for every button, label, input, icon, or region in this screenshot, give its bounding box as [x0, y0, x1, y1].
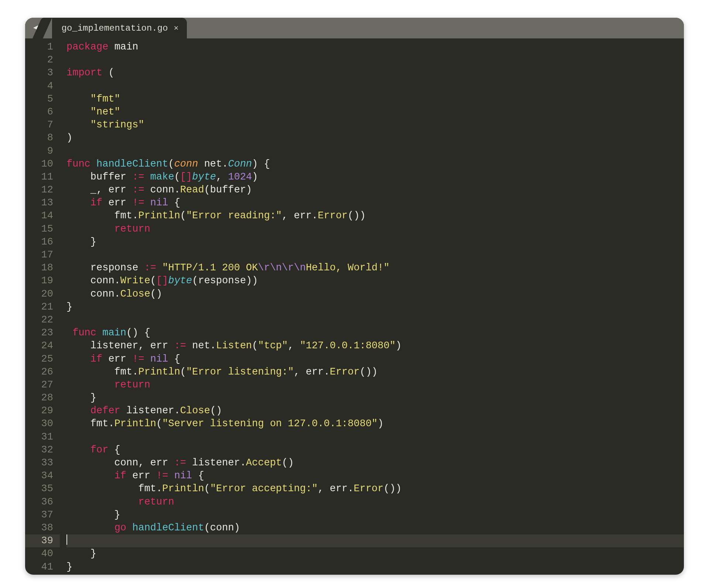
line-number: 34 — [25, 469, 60, 482]
line-number: 1 — [25, 41, 60, 54]
close-icon[interactable]: × — [174, 24, 179, 33]
line-number: 28 — [25, 392, 60, 404]
line-number: 25 — [25, 353, 60, 366]
line-number: 6 — [25, 106, 60, 119]
line-number: 38 — [25, 522, 60, 534]
code-line[interactable]: for { — [66, 444, 684, 457]
code-line[interactable] — [66, 314, 684, 327]
code-line[interactable]: } — [66, 236, 684, 249]
line-number: 33 — [25, 457, 60, 469]
line-number: 36 — [25, 496, 60, 509]
line-number: 21 — [25, 301, 60, 314]
text-cursor — [66, 534, 67, 545]
code-line[interactable]: func main() { — [66, 327, 684, 339]
code-line[interactable]: buffer := make([]byte, 1024) — [66, 171, 684, 184]
line-number: 14 — [25, 209, 60, 222]
line-number: 22 — [25, 314, 60, 327]
code-line[interactable] — [66, 80, 684, 93]
line-number: 32 — [25, 444, 60, 457]
line-number: 37 — [25, 509, 60, 522]
code-line[interactable]: listener, err := net.Listen("tcp", "127.… — [66, 339, 684, 352]
line-number: 19 — [25, 274, 60, 287]
line-number: 7 — [25, 119, 60, 131]
line-number: 18 — [25, 261, 60, 274]
code-line[interactable] — [66, 249, 684, 261]
code-line[interactable]: response := "HTTP/1.1 200 OK\r\n\r\nHell… — [66, 261, 684, 274]
line-number: 27 — [25, 379, 60, 392]
code-line[interactable]: return — [66, 223, 684, 236]
code-line[interactable]: _, err := conn.Read(buffer) — [66, 184, 684, 196]
code-line[interactable]: return — [66, 379, 684, 392]
code-line[interactable]: return — [66, 496, 684, 509]
code-line[interactable]: fmt.Println("Server listening on 127.0.0… — [66, 417, 684, 430]
line-number: 3 — [25, 66, 60, 79]
line-number: 24 — [25, 339, 60, 352]
line-number: 9 — [25, 145, 60, 158]
line-number: 40 — [25, 547, 60, 560]
line-number: 13 — [25, 196, 60, 209]
line-number: 2 — [25, 54, 60, 66]
line-number: 23 — [25, 327, 60, 339]
line-number: 26 — [25, 366, 60, 379]
code-line[interactable]: "strings" — [66, 119, 684, 131]
editor-window: ◀ ▶ go_implementation.go × 1234567891011… — [25, 18, 684, 575]
line-number: 11 — [25, 171, 60, 184]
line-number: 10 — [25, 158, 60, 171]
line-number: 41 — [25, 561, 60, 574]
code-content[interactable]: package mainimport ( "fmt" "net" "string… — [60, 38, 684, 575]
code-line[interactable]: } — [66, 392, 684, 404]
line-number: 20 — [25, 288, 60, 301]
line-number-gutter: 1234567891011121314151617181920212223242… — [25, 38, 60, 575]
titlebar: ◀ ▶ go_implementation.go × — [25, 18, 684, 38]
code-line[interactable]: "net" — [66, 106, 684, 119]
editor-area[interactable]: 1234567891011121314151617181920212223242… — [25, 38, 684, 575]
code-line[interactable]: if err != nil { — [66, 469, 684, 482]
code-line[interactable]: import ( — [66, 66, 684, 79]
code-line[interactable]: defer listener.Close() — [66, 404, 684, 417]
line-number: 5 — [25, 93, 60, 106]
line-number: 30 — [25, 417, 60, 430]
code-line[interactable]: } — [66, 561, 684, 574]
code-line[interactable]: conn.Write([]byte(response)) — [66, 274, 684, 287]
code-line[interactable]: fmt.Println("Error reading:", err.Error(… — [66, 209, 684, 222]
code-line[interactable]: ) — [66, 131, 684, 144]
code-line[interactable]: } — [66, 301, 684, 314]
code-line[interactable]: } — [66, 509, 684, 522]
tab-filename: go_implementation.go — [62, 23, 168, 33]
code-line[interactable]: "fmt" — [66, 93, 684, 106]
code-line[interactable]: func handleClient(conn net.Conn) { — [66, 158, 684, 171]
code-line[interactable]: fmt.Println("Error accepting:", err.Erro… — [66, 482, 684, 495]
code-line[interactable] — [66, 534, 684, 547]
line-number: 12 — [25, 184, 60, 196]
line-number: 16 — [25, 236, 60, 249]
code-line[interactable] — [66, 431, 684, 444]
code-line[interactable]: fmt.Println("Error listening:", err.Erro… — [66, 366, 684, 379]
line-number: 39 — [25, 534, 60, 547]
code-line[interactable] — [66, 145, 684, 158]
code-line[interactable]: conn, err := listener.Accept() — [66, 457, 684, 469]
line-number: 35 — [25, 482, 60, 495]
tab-active[interactable]: go_implementation.go × — [52, 18, 187, 38]
code-line[interactable]: if err != nil { — [66, 353, 684, 366]
code-line[interactable]: go handleClient(conn) — [66, 522, 684, 534]
code-line[interactable] — [66, 54, 684, 66]
line-number: 17 — [25, 249, 60, 261]
line-number: 29 — [25, 404, 60, 417]
code-line[interactable]: package main — [66, 41, 684, 54]
line-number: 31 — [25, 431, 60, 444]
line-number: 8 — [25, 131, 60, 144]
code-line[interactable]: if err != nil { — [66, 196, 684, 209]
code-line[interactable]: conn.Close() — [66, 288, 684, 301]
code-line[interactable]: } — [66, 547, 684, 560]
line-number: 4 — [25, 80, 60, 93]
line-number: 15 — [25, 223, 60, 236]
